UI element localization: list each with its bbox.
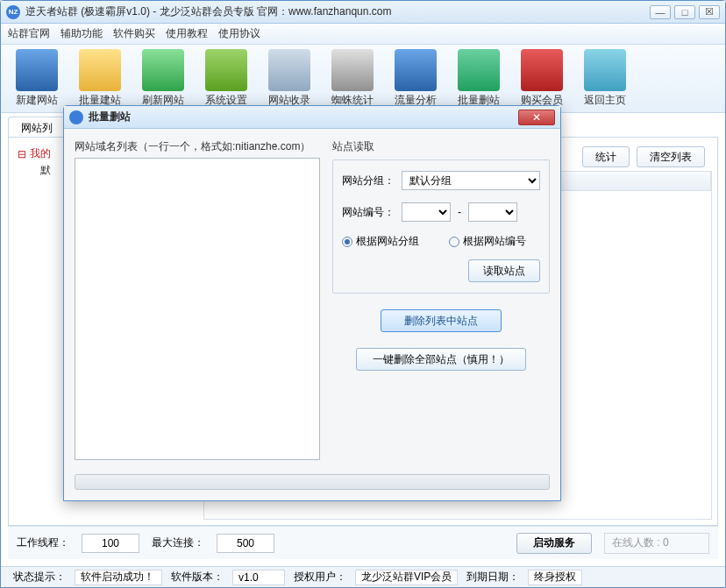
toolbar-btn-3[interactable]: 系统设置	[196, 47, 257, 110]
domain-list-textarea[interactable]	[75, 158, 320, 460]
titlebar: NZ 逆天者站群 (极速霸屏v1.0) - 龙少泛站群会员专版 官网：www.f…	[1, 1, 725, 24]
menu-item-3[interactable]: 使用教程	[166, 26, 208, 41]
delete-listed-button[interactable]: 删除列表中站点	[381, 309, 502, 332]
number-from-select[interactable]	[402, 202, 451, 222]
toolbar-btn-9[interactable]: 返回主页	[574, 47, 636, 110]
toolbar-icon-2	[142, 49, 184, 91]
conn-label: 最大连接：	[152, 535, 204, 550]
status-label-4: 到期日期：	[461, 570, 524, 584]
group-label: 网站分组：	[342, 174, 395, 188]
toolbar-icon-6	[395, 49, 437, 91]
dialog-close-button[interactable]: ✕	[518, 110, 555, 125]
dialog-left-panel: 网站域名列表（一行一个，格式如:nitianzhe.com）	[75, 139, 320, 460]
radio-by-number-label: 根据网站编号	[463, 234, 526, 249]
status-value-2: v1.0	[232, 570, 285, 585]
clear-list-button[interactable]: 清空列表	[637, 146, 705, 167]
tab-site-list[interactable]: 网站列	[8, 117, 66, 137]
toolbar-icon-1	[79, 49, 121, 91]
toolbar-label-9: 返回主页	[584, 93, 626, 108]
app-icon: NZ	[6, 5, 20, 19]
window-title: 逆天者站群 (极速霸屏v1.0) - 龙少泛站群会员专版 官网：www.fanz…	[25, 4, 650, 19]
toolbar-label-0: 新建网站	[16, 93, 58, 108]
number-to-select[interactable]	[468, 202, 517, 222]
radio-by-number-icon	[449, 237, 459, 247]
radio-by-group[interactable]: 根据网站分组	[342, 234, 419, 249]
toolbar-btn-4[interactable]: 网站收录	[259, 47, 320, 110]
conn-input[interactable]	[217, 534, 274, 553]
threads-input[interactable]	[82, 534, 139, 553]
maximize-button[interactable]: □	[674, 5, 695, 19]
bottom-bar: 工作线程： 最大连接： 启动服务 在线人数 : 0	[8, 526, 718, 559]
toolbar-btn-1[interactable]: 批量建站	[69, 47, 131, 110]
number-label: 网站编号：	[342, 205, 395, 220]
menu-item-2[interactable]: 软件购买	[113, 26, 155, 41]
status-value-4: 终身授权	[528, 570, 582, 585]
dialog-progress-bar	[75, 474, 550, 490]
toolbar-btn-8[interactable]: 购买会员	[511, 47, 573, 110]
toolbar-btn-6[interactable]: 流量分析	[385, 47, 446, 110]
dialog-right-panel: 站点读取 网站分组： 默认分组 网站编号： -	[332, 139, 550, 460]
status-label-3: 授权用户：	[288, 570, 352, 584]
minimize-button[interactable]: —	[650, 5, 671, 19]
dialog-titlebar[interactable]: 批量删站 ✕	[64, 106, 560, 129]
menubar: 站群官网 辅助功能 软件购买 使用教程 使用协议	[1, 24, 725, 45]
toolbar-btn-7[interactable]: 批量删站	[448, 47, 509, 110]
online-count: 在线人数 : 0	[604, 533, 709, 554]
dialog-title: 批量删站	[89, 110, 518, 124]
site-read-title: 站点读取	[332, 139, 550, 154]
status-label-2: 软件版本：	[166, 570, 229, 584]
menu-item-4[interactable]: 使用协议	[218, 26, 260, 41]
tree-collapse-icon[interactable]: ⊟	[18, 148, 26, 160]
radio-by-group-icon	[342, 237, 352, 247]
menu-item-1[interactable]: 辅助功能	[60, 26, 103, 41]
toolbar-icon-8	[521, 49, 563, 91]
status-value-3: 龙少泛站群VIP会员	[355, 570, 458, 585]
radio-by-number[interactable]: 根据网站编号	[449, 234, 526, 249]
toolbar: 新建网站批量建站刷新网站系统设置网站收录蜘蛛统计流量分析批量删站购买会员返回主页	[1, 45, 725, 113]
dialog-body: 网站域名列表（一行一个，格式如:nitianzhe.com） 站点读取 网站分组…	[64, 129, 560, 500]
close-button[interactable]: ☒	[699, 5, 720, 19]
status-label-1: 状态提示：	[8, 570, 71, 584]
stats-button[interactable]: 统计	[582, 146, 630, 167]
toolbar-icon-9	[584, 49, 626, 91]
radio-by-group-label: 根据网站分组	[356, 234, 419, 249]
start-service-button[interactable]: 启动服务	[516, 533, 592, 554]
read-sites-button[interactable]: 读取站点	[468, 259, 540, 282]
delete-all-button[interactable]: 一键删除全部站点（慎用！）	[356, 348, 526, 371]
toolbar-icon-5	[331, 49, 374, 91]
menu-item-0[interactable]: 站群官网	[8, 26, 50, 41]
toolbar-icon-0	[16, 49, 58, 91]
status-value-1: 软件启动成功！	[75, 570, 162, 585]
site-read-group: 网站分组： 默认分组 网站编号： - 根据网站分	[332, 159, 550, 294]
dialog-icon	[69, 110, 83, 124]
group-select[interactable]: 默认分组	[402, 171, 540, 190]
statusbar: 状态提示： 软件启动成功！ 软件版本： v1.0 授权用户： 龙少泛站群VIP会…	[1, 566, 725, 587]
toolbar-btn-0[interactable]: 新建网站	[6, 47, 68, 110]
toolbar-icon-4	[268, 49, 310, 91]
threads-label: 工作线程：	[17, 535, 69, 550]
toolbar-icon-7	[458, 49, 500, 91]
toolbar-icon-3	[205, 49, 247, 91]
range-dash: -	[458, 206, 461, 218]
batch-delete-dialog: 批量删站 ✕ 网站域名列表（一行一个，格式如:nitianzhe.com） 站点…	[63, 105, 561, 501]
toolbar-btn-5[interactable]: 蜘蛛统计	[322, 47, 383, 110]
domain-list-label: 网站域名列表（一行一个，格式如:nitianzhe.com）	[75, 139, 320, 154]
toolbar-btn-2[interactable]: 刷新网站	[132, 47, 194, 110]
tree-root-label: 我的	[30, 146, 51, 161]
